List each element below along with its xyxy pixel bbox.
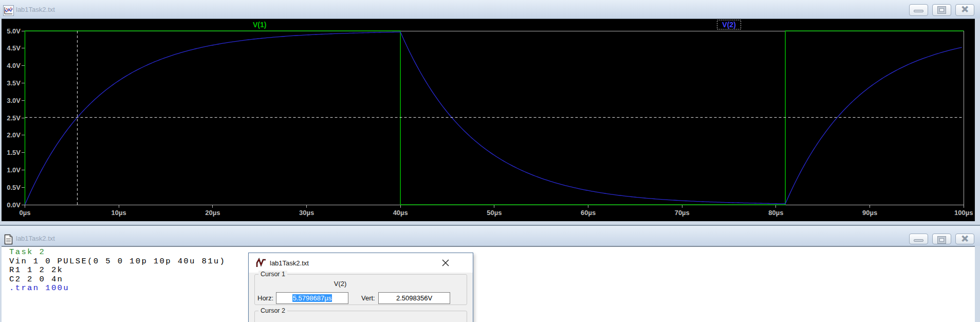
netlist-editor[interactable]: Task 2Vin 1 0 PULSE(0 5 0 10p 10p 40u 81…: [2, 246, 975, 322]
netlist-text: Task 2Vin 1 0 PULSE(0 5 0 10p 10p 40u 81…: [9, 248, 226, 293]
netlist-window-icon[interactable]: [3, 234, 14, 245]
vert-value-field[interactable]: 2.5098356V: [378, 292, 450, 304]
cursor2-group-label: Cursor 2: [258, 307, 287, 314]
maximize-icon: [938, 237, 946, 243]
netlist-line-1: Task 2: [9, 248, 226, 257]
horz-value-field[interactable]: 5.5798687µs: [276, 292, 348, 304]
close-icon: ✕: [956, 5, 974, 15]
waveform-window: lab1Task2.txt ✕ 5.0V4.5V4.0V3.5V3.0V2.5V…: [0, 0, 980, 225]
ltspice-logo-icon: [256, 258, 267, 269]
y-tick-label: 2.5V: [7, 114, 21, 122]
netlist-close-button[interactable]: ✕: [955, 234, 974, 244]
x-tick-label: 80µs: [768, 209, 783, 217]
x-tick-label: 40µs: [393, 209, 408, 217]
minimize-icon: [914, 10, 923, 12]
horz-label: Horz:: [257, 294, 273, 302]
x-tick-label: 30µs: [299, 209, 314, 217]
close-icon: [440, 258, 451, 268]
cursor-dialog-close-button[interactable]: [440, 258, 451, 268]
y-tick-label: 3.0V: [7, 97, 21, 104]
waveform-minimize-button[interactable]: [909, 4, 928, 16]
y-tick-label: 5.0V: [7, 27, 21, 35]
horz-value: 5.5798687µs: [292, 294, 332, 302]
netlist-window: lab1Task2.txt ✕ Task 2Vin 1 0 PULSE(0 5 …: [0, 226, 980, 322]
plot-frame: [25, 31, 964, 205]
vert-label: Vert:: [361, 294, 375, 302]
y-tick-label: 0.0V: [7, 201, 21, 209]
waveform-window-icon[interactable]: [3, 5, 14, 16]
trace-label-v2[interactable]: V(2): [722, 21, 735, 29]
minimize-icon: [914, 239, 923, 242]
netlist-minimize-button[interactable]: [909, 234, 928, 244]
cursor1-group-label: Cursor 1: [258, 271, 287, 278]
waveform-plot[interactable]: 5.0V4.5V4.0V3.5V3.0V2.5V2.0V1.5V1.0V0.5V…: [2, 19, 975, 221]
x-tick-label: 90µs: [862, 209, 877, 217]
x-tick-label: 70µs: [675, 209, 690, 217]
netlist-line-5: .tran 100u: [9, 284, 226, 293]
y-tick-label: 4.0V: [7, 62, 21, 69]
vert-value: 2.5098356V: [396, 294, 432, 302]
cursor-dialog-title: lab1Task2.txt: [270, 259, 309, 267]
close-icon: ✕: [956, 234, 974, 244]
x-tick-label: 0µs: [20, 209, 31, 217]
waveform-window-title: lab1Task2.txt: [16, 6, 55, 13]
x-tick-label: 10µs: [112, 209, 126, 217]
waveform-close-button[interactable]: ✕: [955, 4, 974, 16]
y-tick-label: 4.5V: [7, 44, 21, 52]
trace-label-v1[interactable]: V(1): [253, 21, 266, 29]
y-tick-label: 1.5V: [7, 149, 21, 156]
y-tick-label: 3.5V: [7, 79, 21, 87]
cursor-dialog: lab1Task2.txt Cursor 1 V(2) Horz: 5.5798…: [248, 253, 473, 322]
plot-area[interactable]: 5.0V4.5V4.0V3.5V3.0V2.5V2.0V1.5V1.0V0.5V…: [2, 19, 975, 221]
cursor-dialog-titlebar[interactable]: lab1Task2.txt: [249, 253, 473, 273]
netlist-maximize-button[interactable]: [932, 234, 951, 244]
x-tick-label: 60µs: [581, 209, 596, 217]
waveform-window-titlebar[interactable]: lab1Task2.txt ✕: [0, 0, 980, 19]
y-tick-label: 0.5V: [7, 184, 21, 191]
trace-v1[interactable]: [25, 31, 964, 205]
netlist-window-titlebar[interactable]: lab1Task2.txt ✕: [0, 226, 980, 246]
maximize-icon: [938, 7, 946, 13]
netlist-window-title: lab1Task2.txt: [16, 235, 55, 242]
netlist-line-2: Vin 1 0 PULSE(0 5 0 10p 10p 40u 81u): [9, 257, 226, 266]
trace-v2[interactable]: [25, 32, 962, 205]
x-tick-label: 20µs: [205, 209, 220, 217]
y-tick-label: 2.0V: [7, 131, 21, 139]
x-tick-label: 100µs: [954, 209, 973, 217]
y-tick-label: 1.0V: [7, 166, 21, 174]
cursor1-trace-name: V(2): [320, 280, 361, 288]
netlist-line-4: C2 2 0 4n: [9, 275, 226, 284]
cursor2-group: Cursor 2: [254, 311, 467, 322]
waveform-maximize-button[interactable]: [932, 4, 951, 16]
x-tick-label: 50µs: [487, 209, 502, 217]
netlist-line-3: R1 1 2 2k: [9, 266, 226, 275]
